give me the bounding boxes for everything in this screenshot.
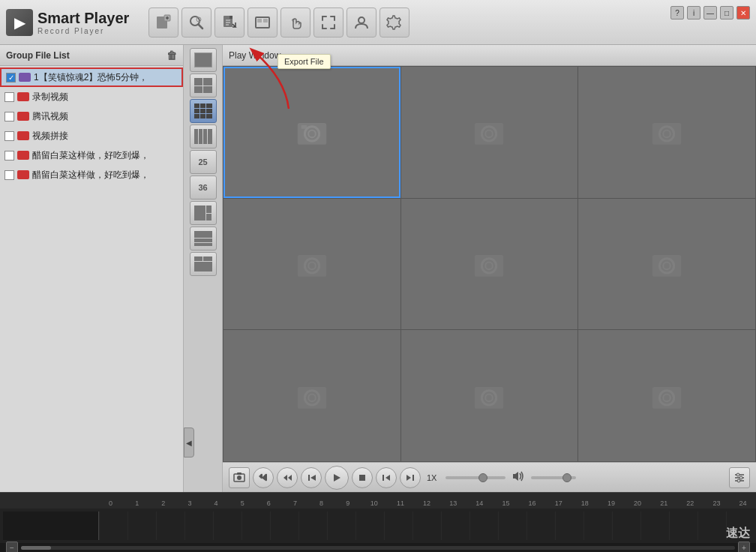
play-cell[interactable] [224,199,400,330]
layout-3x3-button[interactable] [190,99,217,123]
svg-rect-50 [359,475,365,481]
play-cell[interactable] [401,330,578,461]
step-back-button[interactable] [376,467,397,488]
add-file-button[interactable] [148,8,178,38]
svg-point-59 [740,476,742,479]
ruler-mark: 6 [256,500,282,507]
layout-1x1-button[interactable] [190,48,217,72]
camera-icon [649,116,685,148]
file-name: 视频拼接 [32,130,68,142]
ruler-mark: 7 [282,500,308,507]
file-checkbox[interactable] [4,131,14,141]
collapse-panel-button[interactable]: ◀ [184,428,194,458]
volume-slider[interactable] [531,476,576,479]
file-icon [17,112,29,121]
zoom-in-button[interactable]: + [738,542,750,552]
file-list-item[interactable]: 录制视频 [0,87,183,106]
file-name: 1【笑镇惊魂2】恐怖5分钟， [34,71,148,84]
speed-label: 1X [427,473,436,482]
ruler-mark: 23 [704,500,730,507]
camera-icon [649,248,685,280]
minimize-button[interactable]: — [704,6,717,20]
speed-slider-thumb[interactable] [478,473,488,482]
file-list-item[interactable]: 醋留白菜这样做，好吃到爆， [0,146,183,165]
layout-panel: 25 36 ◀ [184,45,223,492]
fullscreen-button[interactable] [314,8,344,38]
file-list-item[interactable]: ✓ 1【笑镇惊魂2】恐怖5分钟， [0,68,183,87]
file-list-item[interactable]: 醋留白菜这样做，好吃到爆， [0,165,183,184]
file-list-item[interactable]: 腾讯视频 [0,106,183,126]
play-cell[interactable] [224,330,400,461]
layout-custom2-button[interactable] [190,226,217,250]
ruler-mark: 24 [730,500,756,507]
svg-rect-21 [301,125,307,129]
file-list-item[interactable]: 视频拼接 [0,126,183,146]
timeline-area: 0 1 2 3 4 5 6 7 8 9 10 11 12 13 14 15 16… [0,492,756,552]
play-cell[interactable] [578,67,755,198]
file-icon [17,131,29,140]
ruler-mark: 16 [519,500,545,507]
slow-rewind-button[interactable] [253,467,274,488]
app-subtitle: Record Player [38,27,129,35]
timeline-scroll: − + [0,543,756,552]
play-cell[interactable] [401,67,578,198]
stop-button[interactable] [352,467,373,488]
delete-group-button[interactable]: 🗑 [166,50,177,62]
settings-button[interactable] [380,8,410,38]
hand-button[interactable] [280,8,310,38]
screenshot-button[interactable] [229,467,250,488]
export-button[interactable] [214,8,244,38]
svg-line-5 [199,24,203,28]
maximize-button[interactable]: □ [720,6,734,20]
volume-slider-thumb[interactable] [562,473,572,482]
timeline-ruler-marks: 0 1 2 3 4 5 6 7 8 9 10 11 12 13 14 15 16… [98,500,756,507]
file-name: 腾讯视频 [32,110,68,123]
svg-rect-53 [412,475,414,481]
prev-frame-button[interactable] [301,467,322,488]
timeline-tracks[interactable] [0,508,756,543]
audio-settings-button[interactable] [729,467,750,488]
camera-icon [294,380,330,412]
play-window-button[interactable] [248,8,278,38]
ruler-mark: 2 [150,500,176,507]
play-button[interactable] [325,466,349,490]
ruler-mark: 9 [334,500,361,507]
play-cell[interactable] [578,330,755,461]
ruler-mark: 19 [598,500,624,507]
camera-icon [294,116,330,148]
help-button[interactable]: ? [670,6,684,20]
layout-25-button[interactable]: 25 [190,150,217,174]
info-button[interactable]: i [687,6,700,20]
layout-2x2-button[interactable] [190,74,217,98]
svg-point-60 [737,479,740,482]
camera-icon [471,380,507,412]
play-area: Play Window [223,45,756,492]
user-button[interactable] [346,8,376,38]
file-list: ✓ 1【笑镇惊魂2】恐怖5分钟， 录制视频 腾讯视频 视频拼接 [0,66,183,492]
camera-icon [649,380,685,412]
file-checkbox[interactable]: ✓ [6,73,16,82]
rewind-button[interactable] [277,467,298,488]
app-logo: ▶ Smart Player Record Player [6,9,129,36]
play-cell[interactable] [224,67,400,198]
file-icon [19,73,31,82]
zoom-out-button[interactable]: − [6,542,18,552]
search-button[interactable] [182,8,212,38]
play-cell[interactable] [401,199,578,330]
title-bar: ▶ Smart Player Record Player [0,0,756,45]
svg-marker-8 [230,16,232,19]
close-button[interactable]: ✕ [736,6,750,20]
play-cell[interactable] [578,199,755,330]
file-checkbox[interactable] [4,170,14,180]
step-forward-button[interactable] [400,467,421,488]
scroll-track[interactable] [21,546,735,550]
speed-slider[interactable] [446,476,506,479]
layout-custom1-button[interactable] [190,201,217,225]
file-checkbox[interactable] [4,92,14,102]
play-window-tab[interactable]: Play Window [229,50,280,61]
file-checkbox[interactable] [4,151,14,160]
layout-36-button[interactable]: 36 [190,176,217,200]
layout-4x4-button[interactable] [190,124,217,148]
layout-custom3-button[interactable] [190,252,217,276]
file-checkbox[interactable] [4,112,14,122]
